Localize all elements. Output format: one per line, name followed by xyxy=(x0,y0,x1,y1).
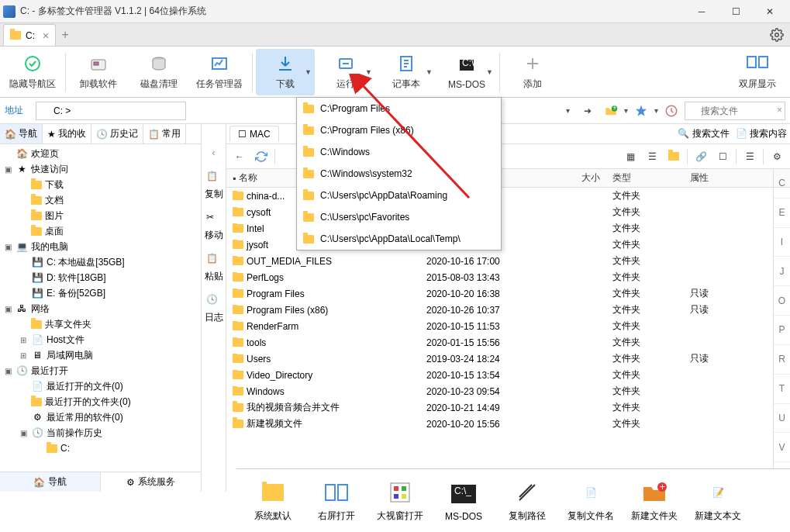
back-button[interactable]: ← xyxy=(229,147,250,167)
run-button[interactable]: 运行▼ xyxy=(316,49,375,95)
search-file-button[interactable]: 🔍 搜索文件 xyxy=(678,127,729,140)
table-row[interactable]: Program Files2020-10-20 16:38文件夹只读 xyxy=(226,285,790,302)
add-button[interactable]: 添加 xyxy=(503,49,562,95)
view-icon[interactable]: ▦ xyxy=(620,147,640,167)
dropdown-item[interactable]: C:\Windows\system32 xyxy=(297,163,501,185)
clear-search-icon[interactable]: × xyxy=(777,105,782,116)
new-folder-button[interactable] xyxy=(664,147,684,167)
alpha-index[interactable]: CEIJOPRTUVW xyxy=(773,169,790,492)
dropdown-arrow-icon[interactable]: ▼ xyxy=(486,68,493,76)
dropdown-item[interactable]: C:\Users\pc\Favorites xyxy=(297,206,501,228)
move-button[interactable]: ✂移动 xyxy=(203,209,225,245)
table-row[interactable]: 新建视频文件2020-10-20 15:56文件夹 xyxy=(226,416,790,432)
svg-rect-10 xyxy=(747,57,756,67)
table-row[interactable]: 我的视频音频合并文件2020-10-21 14:49文件夹 xyxy=(226,399,790,416)
view-icon[interactable]: ☰ xyxy=(642,147,662,167)
history-tab[interactable]: 🕓历史记 xyxy=(91,124,143,143)
right-open-button[interactable]: 右屏打开 xyxy=(306,474,367,528)
hide-nav-button[interactable]: 隐藏导航区 xyxy=(3,49,62,95)
go-button[interactable]: ➜ xyxy=(578,102,598,120)
table-row[interactable]: RenderFarm2020-10-15 11:53文件夹 xyxy=(226,318,790,334)
disk-clean-button[interactable]: 磁盘清理 xyxy=(129,49,188,95)
svg-point-1 xyxy=(26,57,40,71)
dropdown-arrow-icon[interactable]: ▼ xyxy=(305,68,312,76)
address-label: 地址 xyxy=(5,104,33,117)
alpha-J[interactable]: J xyxy=(774,257,790,286)
alpha-P[interactable]: P xyxy=(774,316,790,345)
svg-rect-17 xyxy=(391,483,409,502)
dropdown-item[interactable]: C:\Program Files (x86) xyxy=(297,119,501,141)
dropdown-item[interactable]: C:\Program Files xyxy=(297,98,501,119)
tab-c-drive[interactable]: C: × xyxy=(3,24,56,46)
new-folder-bottom-button[interactable]: +新建文件夹 xyxy=(624,474,685,528)
maximize-button[interactable]: ☐ xyxy=(719,1,753,22)
table-row[interactable]: tools2020-01-15 15:56文件夹 xyxy=(226,334,790,351)
svg-rect-11 xyxy=(759,57,768,67)
new-folder-icon[interactable]: + xyxy=(601,102,621,120)
nav-tab[interactable]: 🏠导航 xyxy=(0,124,43,143)
copy-name-button[interactable]: 📄复制文件名 xyxy=(561,474,621,528)
chevron-down-icon[interactable]: ▾ xyxy=(566,106,570,115)
uninstall-button[interactable]: 卸载软件 xyxy=(69,49,128,95)
window-icon[interactable]: ☐ xyxy=(712,147,733,167)
add-tab-button[interactable]: + xyxy=(56,24,74,46)
list-view-icon[interactable]: ☰ xyxy=(740,147,760,167)
table-row[interactable]: Program Files (x86)2020-10-26 10:37文件夹只读 xyxy=(226,302,790,318)
alpha-U[interactable]: U xyxy=(774,404,790,434)
svg-rect-15 xyxy=(326,485,335,500)
alpha-C[interactable]: C xyxy=(774,169,790,199)
favorites-icon[interactable] xyxy=(631,102,651,120)
tab-close-icon[interactable]: × xyxy=(43,29,49,42)
alpha-E[interactable]: E xyxy=(774,199,790,228)
dropdown-item[interactable]: C:\Windows xyxy=(297,141,501,163)
alpha-O[interactable]: O xyxy=(774,286,790,316)
alpha-T[interactable]: T xyxy=(774,375,790,404)
link-icon[interactable]: 🔗 xyxy=(691,147,711,167)
search-input[interactable] xyxy=(685,102,785,120)
alpha-V[interactable]: V xyxy=(774,433,790,462)
copy-button[interactable]: 📋复制 xyxy=(203,168,225,204)
panel-settings-icon[interactable]: ⚙ xyxy=(767,147,787,167)
new-text-button[interactable]: 📝新建文本文 xyxy=(688,474,748,528)
table-row[interactable]: Video_Directory2020-10-15 13:54文件夹 xyxy=(226,367,790,383)
dropdown-item[interactable]: C:\Users\pc\AppData\Roaming xyxy=(297,185,501,206)
msdos-bottom-button[interactable]: C:\_MS-DOS xyxy=(433,474,494,528)
table-row[interactable]: Windows2020-10-23 09:54文件夹 xyxy=(226,383,790,399)
big-open-button[interactable]: 大视窗打开 xyxy=(370,474,430,528)
dropdown-arrow-icon[interactable]: ▼ xyxy=(365,68,372,76)
common-tab[interactable]: 📋常用 xyxy=(143,124,186,143)
table-row[interactable]: OUT_MEDIA_FILES2020-10-16 17:00文件夹 xyxy=(226,253,790,269)
settings-icon[interactable] xyxy=(770,28,784,42)
alpha-I[interactable]: I xyxy=(774,228,790,257)
refresh-button[interactable] xyxy=(251,147,271,167)
download-dropdown[interactable]: C:\Program FilesC:\Program Files (x86)C:… xyxy=(296,97,502,250)
history-icon[interactable] xyxy=(661,102,681,120)
minimize-button[interactable]: ─ xyxy=(685,1,719,22)
search-content-button[interactable]: 📄 搜索内容 xyxy=(736,127,787,140)
nav-tree[interactable]: 🏠欢迎页 ▣★快速访问 下载 文档 图片 桌面 ▣💻我的电脑 💾C: 本地磁盘[… xyxy=(0,144,201,472)
copy-path-button[interactable]: 复制路径 xyxy=(497,474,557,528)
mine-tab[interactable]: ★我的收 xyxy=(43,124,91,143)
table-row[interactable]: Users2019-03-24 18:24文件夹只读 xyxy=(226,351,790,367)
svg-text:+: + xyxy=(612,104,616,112)
sys-default-button[interactable]: 系统默认 xyxy=(243,474,303,528)
mac-tab[interactable]: ☐MAC xyxy=(229,126,279,142)
dropdown-arrow-icon[interactable]: ▼ xyxy=(426,68,433,76)
log-button[interactable]: 🕓日志 xyxy=(203,291,225,327)
notepad-button[interactable]: 记事本▼ xyxy=(377,49,436,95)
address-input[interactable] xyxy=(36,102,186,120)
paste-button[interactable]: 📋粘贴 xyxy=(203,250,225,286)
table-row[interactable]: PerfLogs2015-08-03 13:43文件夹 xyxy=(226,269,790,285)
nav-bottom-tab[interactable]: 🏠导航 xyxy=(0,472,101,492)
svg-text:C:\_: C:\_ xyxy=(454,485,471,496)
download-button[interactable]: 下载▼ xyxy=(256,49,315,95)
services-bottom-tab[interactable]: ⚙系统服务 xyxy=(101,472,201,492)
dropdown-item[interactable]: C:\Users\pc\AppData\Local\Temp\ xyxy=(297,228,501,250)
alpha-R[interactable]: R xyxy=(774,345,790,375)
dual-screen-button[interactable]: 双屏显示 xyxy=(728,49,787,95)
close-button[interactable]: ✕ xyxy=(753,1,787,22)
msdos-button[interactable]: C:\MS-DOS▼ xyxy=(437,49,496,95)
task-manager-button[interactable]: 任务管理器 xyxy=(190,49,249,95)
window-title: C: - 多标签文件管理器 V1.1.2 | 64位操作系统 xyxy=(20,5,685,18)
tab-label: C: xyxy=(26,30,35,41)
